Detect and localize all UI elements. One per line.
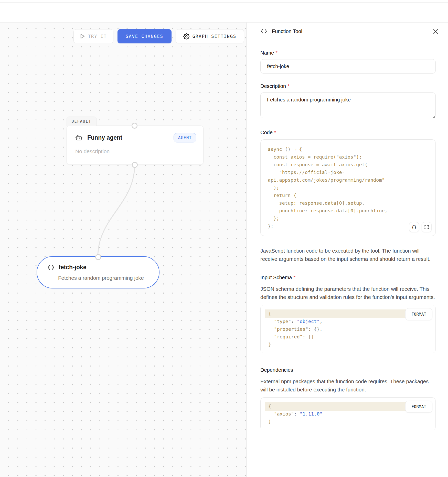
code-label: Code* — [260, 130, 436, 136]
format-button[interactable]: FORMAT — [405, 401, 432, 413]
edge-layer — [0, 23, 246, 477]
top-header-bar — [0, 0, 448, 23]
try-it-button[interactable]: TRY IT — [73, 29, 113, 43]
code-line: ); — [268, 184, 430, 192]
agent-tab-label: DEFAULT — [72, 119, 91, 124]
description-label: Description* — [260, 83, 436, 89]
agent-node-graph-tab[interactable]: DEFAULT — [67, 117, 97, 126]
tool-node-header: fetch-joke — [47, 264, 87, 271]
code-line: punchline: response.data[0].punchline, — [268, 207, 430, 215]
code-editor[interactable]: {} async () ⇒ { const axios = require("a… — [260, 139, 436, 236]
canvas-toolbar: TRY IT SAVE CHANGES GRAPH SETTINGS — [73, 29, 244, 43]
close-panel-button[interactable] — [431, 27, 440, 36]
input-schema-editor[interactable]: FORMAT { "type": "object", "properties":… — [260, 305, 436, 353]
save-changes-label: SAVE CHANGES — [126, 34, 163, 39]
code-help-text: JavaScript function code to be executed … — [260, 247, 436, 263]
agent-type-badge: AGENT — [174, 133, 196, 142]
format-button[interactable]: FORMAT — [405, 308, 432, 320]
agent-node[interactable]: DEFAULT Funny agent AGENT No description — [67, 126, 204, 165]
code-line: "required": [] — [265, 333, 431, 341]
panel-title: Function Tool — [272, 28, 302, 34]
required-asterisk: * — [274, 130, 276, 135]
code-line: } — [265, 418, 431, 426]
tool-node-title: fetch-joke — [59, 264, 87, 271]
code-editor-actions: {} — [409, 222, 432, 232]
code-line: return { — [268, 192, 430, 199]
code-line: const response = await axios.get( — [268, 161, 430, 169]
code-line: "properties": {}, — [265, 325, 431, 333]
name-input[interactable] — [260, 59, 436, 74]
input-schema-help-text: JSON schema defining the parameters that… — [260, 285, 436, 301]
required-asterisk: * — [293, 275, 295, 280]
fullscreen-button[interactable] — [422, 222, 432, 232]
description-textarea[interactable]: Fetches a random programming joke — [260, 92, 436, 118]
dependencies-editor[interactable]: FORMAT { "axios": "1.11.0"} — [260, 397, 436, 430]
try-it-label: TRY IT — [88, 34, 107, 39]
graph-settings-button[interactable]: GRAPH SETTINGS — [176, 29, 244, 43]
code-line: setup: response.data[0].setup, — [268, 199, 430, 207]
panel-header: Function Tool — [247, 23, 448, 40]
play-icon — [80, 34, 85, 39]
tool-top-connector[interactable] — [95, 254, 101, 260]
agent-top-connector[interactable] — [132, 123, 137, 129]
agent-node-header: Funny agent AGENT — [75, 133, 196, 142]
top-hairline — [0, 2, 448, 3]
braces-button[interactable]: {} — [409, 222, 419, 232]
tool-node-description: Fetches a random programming joke — [58, 275, 144, 281]
edge-agent-to-tool — [98, 165, 135, 257]
graph-canvas[interactable]: TRY IT SAVE CHANGES GRAPH SETTINGS DEFAU… — [0, 23, 246, 477]
robot-icon — [75, 134, 83, 142]
function-tool-panel: Function Tool Name* Description* Fetches… — [246, 23, 448, 477]
gear-icon — [183, 33, 189, 39]
input-schema-label: Input Schema* — [260, 275, 436, 281]
code-line: async () ⇒ { — [268, 146, 430, 153]
code-line: api.appspot.com/jokes/programming/random… — [268, 176, 430, 184]
code-brackets-icon — [261, 28, 267, 34]
required-asterisk: * — [275, 50, 278, 56]
code-line: "https://official-joke- — [268, 169, 430, 176]
panel-content: Name* Description* Fetches a random prog… — [247, 40, 448, 430]
code-line: }; — [268, 222, 430, 230]
agent-node-description: No description — [75, 148, 110, 154]
required-asterisk: * — [287, 83, 290, 89]
save-changes-button[interactable]: SAVE CHANGES — [118, 29, 172, 43]
tool-node-fetch-joke[interactable]: fetch-joke Fetches a random programming … — [37, 256, 159, 288]
name-label: Name* — [260, 50, 436, 56]
agent-node-title: Funny agent — [87, 134, 122, 141]
agent-bottom-connector[interactable] — [132, 162, 138, 168]
code-line: }; — [268, 215, 430, 222]
code-line: } — [265, 341, 431, 348]
dependencies-help-text: External npm packages that the function … — [260, 377, 436, 394]
dependencies-label: Dependencies — [260, 367, 436, 373]
code-brackets-icon — [47, 264, 55, 271]
graph-settings-label: GRAPH SETTINGS — [193, 34, 236, 39]
code-line: const axios = require("axios"); — [268, 153, 430, 161]
